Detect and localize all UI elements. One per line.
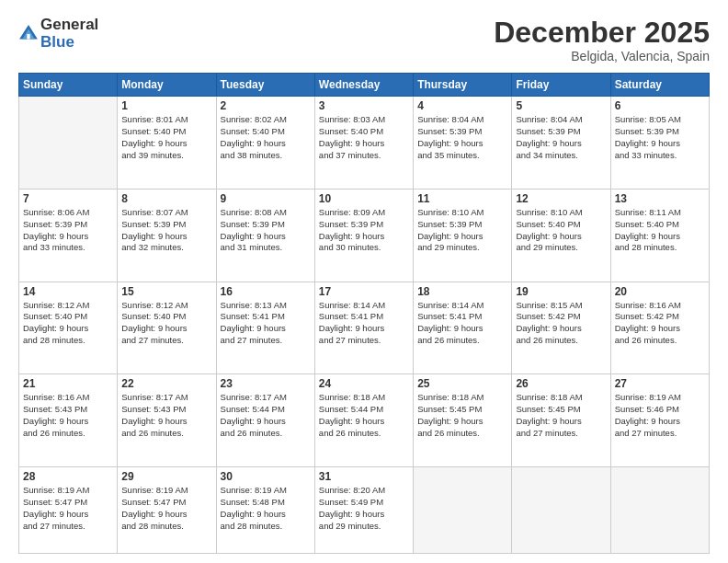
- day-number: 30: [221, 470, 311, 483]
- calendar-cell: [610, 467, 709, 554]
- cell-info: Sunrise: 8:14 AM Sunset: 5:41 PM Dayligh…: [319, 300, 409, 347]
- month-title: December 2025: [494, 17, 710, 49]
- cell-info: Sunrise: 8:19 AM Sunset: 5:48 PM Dayligh…: [221, 485, 311, 532]
- logo: General Blue: [18, 17, 98, 51]
- cell-info: Sunrise: 8:19 AM Sunset: 5:46 PM Dayligh…: [615, 392, 705, 439]
- cell-info: Sunrise: 8:19 AM Sunset: 5:47 PM Dayligh…: [121, 485, 211, 532]
- day-number: 19: [516, 285, 606, 298]
- calendar-cell: 2Sunrise: 8:02 AM Sunset: 5:40 PM Daylig…: [216, 97, 314, 190]
- cell-info: Sunrise: 8:12 AM Sunset: 5:40 PM Dayligh…: [23, 300, 113, 347]
- calendar-cell: 22Sunrise: 8:17 AM Sunset: 5:43 PM Dayli…: [118, 374, 216, 467]
- cell-info: Sunrise: 8:16 AM Sunset: 5:42 PM Dayligh…: [615, 300, 705, 347]
- title-block: December 2025 Belgida, Valencia, Spain: [494, 17, 710, 63]
- day-number: 9: [221, 192, 311, 205]
- calendar-cell: 25Sunrise: 8:18 AM Sunset: 5:45 PM Dayli…: [414, 374, 512, 467]
- calendar-header-friday: Friday: [512, 74, 610, 97]
- calendar-cell: 16Sunrise: 8:13 AM Sunset: 5:41 PM Dayli…: [216, 282, 314, 374]
- day-number: 4: [417, 99, 507, 112]
- calendar-header-sunday: Sunday: [19, 74, 118, 97]
- calendar-table: SundayMondayTuesdayWednesdayThursdayFrid…: [18, 73, 710, 554]
- calendar-cell: 14Sunrise: 8:12 AM Sunset: 5:40 PM Dayli…: [19, 282, 118, 374]
- day-number: 27: [615, 377, 705, 390]
- calendar-week-1: 1Sunrise: 8:01 AM Sunset: 5:40 PM Daylig…: [19, 97, 710, 190]
- cell-info: Sunrise: 8:16 AM Sunset: 5:43 PM Dayligh…: [23, 392, 113, 439]
- calendar-cell: 23Sunrise: 8:17 AM Sunset: 5:44 PM Dayli…: [216, 374, 314, 467]
- day-number: 3: [319, 99, 409, 112]
- calendar-cell: 20Sunrise: 8:16 AM Sunset: 5:42 PM Dayli…: [610, 282, 709, 374]
- calendar-cell: 12Sunrise: 8:10 AM Sunset: 5:40 PM Dayli…: [512, 189, 610, 282]
- calendar-cell: 28Sunrise: 8:19 AM Sunset: 5:47 PM Dayli…: [19, 467, 118, 554]
- day-number: 15: [121, 285, 211, 298]
- calendar-week-2: 7Sunrise: 8:06 AM Sunset: 5:39 PM Daylig…: [19, 189, 710, 282]
- calendar-header-thursday: Thursday: [414, 74, 512, 97]
- cell-info: Sunrise: 8:09 AM Sunset: 5:39 PM Dayligh…: [319, 207, 409, 254]
- day-number: 16: [221, 285, 311, 298]
- cell-info: Sunrise: 8:03 AM Sunset: 5:40 PM Dayligh…: [319, 114, 409, 161]
- calendar-cell: 1Sunrise: 8:01 AM Sunset: 5:40 PM Daylig…: [118, 97, 216, 190]
- cell-info: Sunrise: 8:20 AM Sunset: 5:49 PM Dayligh…: [319, 485, 409, 532]
- calendar-week-3: 14Sunrise: 8:12 AM Sunset: 5:40 PM Dayli…: [19, 282, 710, 374]
- calendar-cell: 21Sunrise: 8:16 AM Sunset: 5:43 PM Dayli…: [19, 374, 118, 467]
- calendar-cell: 18Sunrise: 8:14 AM Sunset: 5:41 PM Dayli…: [414, 282, 512, 374]
- day-number: 17: [319, 285, 409, 298]
- day-number: 24: [319, 377, 409, 390]
- calendar-cell: 11Sunrise: 8:10 AM Sunset: 5:39 PM Dayli…: [414, 189, 512, 282]
- day-number: 8: [121, 192, 211, 205]
- calendar-cell: 31Sunrise: 8:20 AM Sunset: 5:49 PM Dayli…: [314, 467, 413, 554]
- day-number: 13: [615, 192, 705, 205]
- day-number: 2: [221, 99, 311, 112]
- cell-info: Sunrise: 8:12 AM Sunset: 5:40 PM Dayligh…: [121, 300, 211, 347]
- logo-icon: [18, 24, 39, 44]
- calendar-week-5: 28Sunrise: 8:19 AM Sunset: 5:47 PM Dayli…: [19, 467, 710, 554]
- cell-info: Sunrise: 8:08 AM Sunset: 5:39 PM Dayligh…: [221, 207, 311, 254]
- calendar-cell: 7Sunrise: 8:06 AM Sunset: 5:39 PM Daylig…: [19, 189, 118, 282]
- day-number: 29: [121, 470, 211, 483]
- cell-info: Sunrise: 8:17 AM Sunset: 5:43 PM Dayligh…: [121, 392, 211, 439]
- cell-info: Sunrise: 8:18 AM Sunset: 5:44 PM Dayligh…: [319, 392, 409, 439]
- calendar-cell: 17Sunrise: 8:14 AM Sunset: 5:41 PM Dayli…: [314, 282, 413, 374]
- day-number: 21: [23, 377, 113, 390]
- calendar-cell: 5Sunrise: 8:04 AM Sunset: 5:39 PM Daylig…: [512, 97, 610, 190]
- calendar-cell: 30Sunrise: 8:19 AM Sunset: 5:48 PM Dayli…: [216, 467, 314, 554]
- calendar-cell: 29Sunrise: 8:19 AM Sunset: 5:47 PM Dayli…: [118, 467, 216, 554]
- calendar-cell: 19Sunrise: 8:15 AM Sunset: 5:42 PM Dayli…: [512, 282, 610, 374]
- cell-info: Sunrise: 8:18 AM Sunset: 5:45 PM Dayligh…: [417, 392, 507, 439]
- calendar-cell: 15Sunrise: 8:12 AM Sunset: 5:40 PM Dayli…: [118, 282, 216, 374]
- day-number: 26: [516, 377, 606, 390]
- cell-info: Sunrise: 8:07 AM Sunset: 5:39 PM Dayligh…: [121, 207, 211, 254]
- calendar-cell: 10Sunrise: 8:09 AM Sunset: 5:39 PM Dayli…: [314, 189, 413, 282]
- day-number: 10: [319, 192, 409, 205]
- day-number: 7: [23, 192, 113, 205]
- cell-info: Sunrise: 8:19 AM Sunset: 5:47 PM Dayligh…: [23, 485, 113, 532]
- calendar-cell: 9Sunrise: 8:08 AM Sunset: 5:39 PM Daylig…: [216, 189, 314, 282]
- day-number: 12: [516, 192, 606, 205]
- day-number: 25: [417, 377, 507, 390]
- calendar-cell: 13Sunrise: 8:11 AM Sunset: 5:40 PM Dayli…: [610, 189, 709, 282]
- calendar-cell: 8Sunrise: 8:07 AM Sunset: 5:39 PM Daylig…: [118, 189, 216, 282]
- cell-info: Sunrise: 8:11 AM Sunset: 5:40 PM Dayligh…: [615, 207, 705, 254]
- day-number: 23: [221, 377, 311, 390]
- calendar-header-monday: Monday: [118, 74, 216, 97]
- cell-info: Sunrise: 8:10 AM Sunset: 5:39 PM Dayligh…: [417, 207, 507, 254]
- cell-info: Sunrise: 8:04 AM Sunset: 5:39 PM Dayligh…: [516, 114, 606, 161]
- calendar-header-tuesday: Tuesday: [216, 74, 314, 97]
- cell-info: Sunrise: 8:10 AM Sunset: 5:40 PM Dayligh…: [516, 207, 606, 254]
- cell-info: Sunrise: 8:14 AM Sunset: 5:41 PM Dayligh…: [417, 300, 507, 347]
- header: General Blue December 2025 Belgida, Vale…: [18, 17, 710, 63]
- cell-info: Sunrise: 8:01 AM Sunset: 5:40 PM Dayligh…: [121, 114, 211, 161]
- calendar-cell: 6Sunrise: 8:05 AM Sunset: 5:39 PM Daylig…: [610, 97, 709, 190]
- day-number: 11: [417, 192, 507, 205]
- cell-info: Sunrise: 8:04 AM Sunset: 5:39 PM Dayligh…: [417, 114, 507, 161]
- logo-text: General Blue: [40, 17, 98, 51]
- page: General Blue December 2025 Belgida, Vale…: [0, 0, 728, 563]
- calendar-cell: 3Sunrise: 8:03 AM Sunset: 5:40 PM Daylig…: [314, 97, 413, 190]
- calendar-header-wednesday: Wednesday: [314, 74, 413, 97]
- calendar-header-saturday: Saturday: [610, 74, 709, 97]
- day-number: 22: [121, 377, 211, 390]
- calendar-header-row: SundayMondayTuesdayWednesdayThursdayFrid…: [19, 74, 710, 97]
- location: Belgida, Valencia, Spain: [494, 49, 710, 63]
- logo-blue: Blue: [40, 34, 98, 52]
- cell-info: Sunrise: 8:15 AM Sunset: 5:42 PM Dayligh…: [516, 300, 606, 347]
- day-number: 28: [23, 470, 113, 483]
- day-number: 20: [615, 285, 705, 298]
